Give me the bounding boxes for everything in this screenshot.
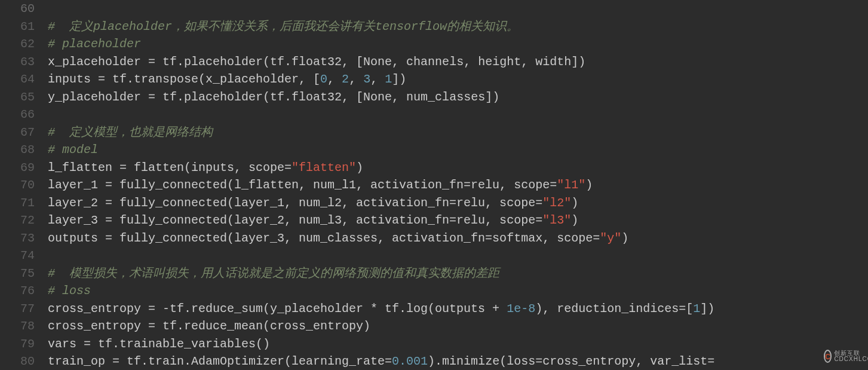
code-token: "y" [600, 231, 621, 245]
code-token: ) [571, 213, 578, 227]
code-token: , [349, 72, 363, 86]
line-number: 80 [0, 353, 35, 370]
line-number: 71 [0, 194, 35, 212]
code-token: ) [356, 161, 363, 175]
code-token: "l1" [557, 178, 585, 192]
line-number: 70 [0, 176, 35, 194]
code-line[interactable]: layer_1 = fully_connected(l_flatten, num… [48, 176, 868, 194]
code-token: outputs = fully_connected(layer_3, num_c… [48, 231, 600, 245]
code-line[interactable]: y_placeholder = tf.placeholder(tf.float3… [48, 88, 868, 106]
code-line[interactable]: l_flatten = flatten(inputs, scope="flatt… [48, 159, 868, 177]
code-token: , [327, 72, 342, 86]
line-number: 64 [0, 71, 35, 88]
code-line[interactable]: layer_2 = fully_connected(layer_1, num_l… [48, 194, 868, 212]
code-token: layer_3 = fully_connected(layer_2, num_l… [48, 213, 542, 227]
line-number: 76 [0, 282, 35, 300]
code-line[interactable]: outputs = fully_connected(layer_3, num_c… [48, 230, 868, 247]
code-token: , channels, height, width]) [392, 55, 585, 69]
code-token: train_op = tf.train.AdamOptimizer(learni… [48, 354, 392, 368]
code-token: y_placeholder = tf.placeholder(tf.float3… [48, 90, 363, 104]
code-token: , [370, 72, 385, 86]
line-number: 75 [0, 265, 35, 283]
code-token: None [363, 55, 392, 69]
code-token: # loss [48, 284, 91, 298]
line-number: 62 [0, 35, 35, 53]
code-line[interactable] [48, 106, 868, 124]
code-token: ]) [392, 72, 406, 86]
line-number: 77 [0, 300, 35, 318]
line-number: 61 [0, 18, 35, 36]
code-editor[interactable]: 6061626364656667686970717273747576777879… [0, 0, 868, 370]
code-line[interactable]: # loss [48, 282, 868, 300]
code-line[interactable]: # model [48, 141, 868, 159]
code-token: 0 [320, 72, 327, 86]
code-token: layer_2 = fully_connected(layer_1, num_l… [48, 196, 542, 210]
code-token: vars = tf.trainable_variables() [48, 337, 270, 351]
code-line[interactable]: x_placeholder = tf.placeholder(tf.float3… [48, 53, 868, 71]
code-token: ) [621, 231, 628, 245]
line-number: 78 [0, 317, 35, 335]
line-number: 72 [0, 212, 35, 230]
code-line[interactable]: inputs = tf.transpose(x_placeholder, [0,… [48, 71, 868, 88]
code-token: ), reduction_indices=[ [535, 302, 693, 316]
line-number: 63 [0, 53, 35, 71]
code-token: ) [571, 196, 578, 210]
code-token: 1 [693, 302, 700, 316]
line-number: 73 [0, 230, 35, 247]
line-number: 79 [0, 335, 35, 353]
code-token: # model [48, 143, 98, 157]
code-token: 3 [363, 72, 370, 86]
code-token: # placeholder [48, 37, 141, 51]
code-token: # 定义模型，也就是网络结构 [48, 126, 213, 139]
code-token: "l2" [542, 196, 571, 210]
code-token: inputs = tf.transpose(x_placeholder, [ [48, 72, 320, 86]
code-token: ]) [700, 302, 714, 316]
code-token: ).minimize(loss=cross_entropy, var_list= [428, 354, 714, 368]
line-number: 74 [0, 247, 35, 265]
line-number-gutter: 6061626364656667686970717273747576777879… [0, 0, 41, 370]
code-token: 1 [385, 72, 392, 86]
code-token: None [363, 90, 392, 104]
code-area[interactable]: # 定义placeholder，如果不懂没关系，后面我还会讲有关tensorfl… [41, 0, 868, 370]
code-token: l_flatten = flatten(inputs, scope= [48, 161, 292, 175]
code-token: layer_1 = fully_connected(l_flatten, num… [48, 178, 557, 192]
line-number: 60 [0, 0, 35, 18]
code-token: , num_classes]) [392, 90, 499, 104]
code-line[interactable]: cross_entropy = tf.reduce_mean(cross_ent… [48, 317, 868, 335]
code-line[interactable]: # 定义placeholder，如果不懂没关系，后面我还会讲有关tensorfl… [48, 18, 868, 36]
code-line[interactable] [48, 247, 868, 265]
code-line[interactable]: train_op = tf.train.AdamOptimizer(learni… [48, 353, 868, 370]
code-token: 0.001 [392, 354, 428, 368]
code-line[interactable] [48, 0, 868, 18]
code-line[interactable]: cross_entropy = -tf.reduce_sum(y_placeho… [48, 300, 868, 318]
code-token: cross_entropy = -tf.reduce_sum(y_placeho… [48, 302, 507, 316]
line-number: 68 [0, 141, 35, 159]
code-token: cross_entropy = tf.reduce_mean(cross_ent… [48, 319, 370, 333]
code-token: 2 [342, 72, 349, 86]
line-number: 69 [0, 159, 35, 177]
code-line[interactable]: vars = tf.trainable_variables() [48, 335, 868, 353]
code-token: # 模型损失，术语叫损失，用人话说就是之前定义的网络预测的值和真实数据的差距 [48, 267, 499, 280]
code-line[interactable]: # 模型损失，术语叫损失，用人话说就是之前定义的网络预测的值和真实数据的差距 [48, 265, 868, 283]
code-token: "l3" [542, 213, 571, 227]
code-token: 1e-8 [507, 302, 535, 316]
line-number: 66 [0, 106, 35, 124]
line-number: 67 [0, 124, 35, 142]
code-token: # 定义placeholder，如果不懂没关系，后面我还会讲有关tensorfl… [48, 20, 519, 33]
code-token: "flatten" [292, 161, 356, 175]
code-line[interactable]: # placeholder [48, 35, 868, 53]
code-line[interactable]: layer_3 = fully_connected(layer_2, num_l… [48, 212, 868, 230]
code-line[interactable]: # 定义模型，也就是网络结构 [48, 124, 868, 142]
code-token: x_placeholder = tf.placeholder(tf.float3… [48, 55, 363, 69]
line-number: 65 [0, 88, 35, 106]
code-token: ) [585, 178, 593, 192]
